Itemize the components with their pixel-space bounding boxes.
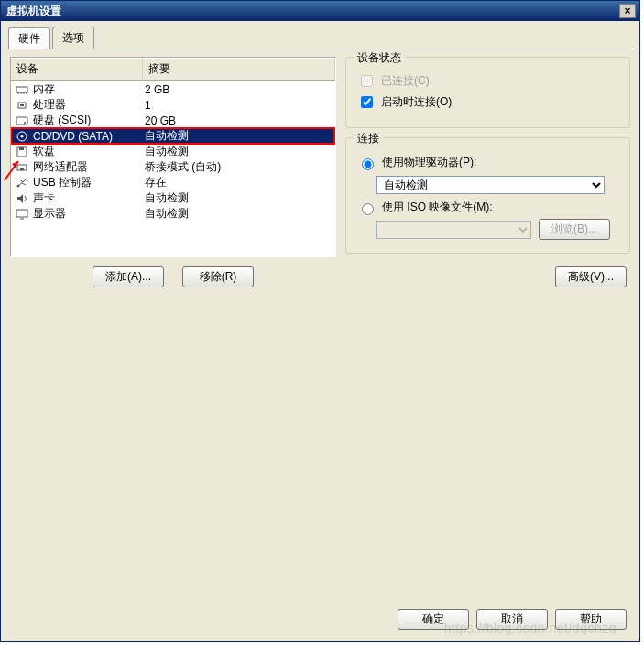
device-row[interactable]: USB 控制器存在	[11, 175, 335, 190]
device-summary: 自动检测	[145, 128, 333, 144]
device-table: 设备 摘要 内存2 GB处理器1硬盘 (SCSI)20 GBCD/DVD (SA…	[10, 57, 336, 257]
connection-group: 连接 使用物理驱动器(P): 自动检测 使用 ISO 映像文件(M): 浏览(B…	[345, 137, 630, 254]
iso-file-row: 浏览(B)...	[376, 219, 618, 240]
browse-button: 浏览(B)...	[539, 219, 610, 240]
svg-marker-19	[17, 194, 23, 203]
svg-rect-12	[19, 147, 24, 150]
sound-icon	[15, 192, 29, 205]
device-summary: 桥接模式 (自动)	[145, 159, 333, 175]
nic-icon	[15, 161, 29, 174]
window-title: 虚拟机设置	[5, 4, 619, 19]
connected-label: 已连接(C)	[381, 73, 430, 89]
col-device[interactable]: 设备	[11, 58, 143, 81]
advanced-row: 高级(V)...	[345, 263, 630, 287]
svg-line-17	[22, 183, 26, 185]
dialog-footer: 确定 取消 帮助	[398, 609, 627, 630]
connect-at-power-row: 启动时连接(O)	[357, 93, 618, 111]
add-button[interactable]: 添加(A)...	[93, 266, 164, 287]
device-row[interactable]: CD/DVD (SATA)自动检测	[11, 128, 335, 144]
ok-button[interactable]: 确定	[398, 609, 469, 630]
device-row[interactable]: 内存2 GB	[11, 81, 335, 97]
tab-options[interactable]: 选项	[52, 27, 94, 49]
floppy-icon	[15, 146, 29, 158]
device-summary: 2 GB	[145, 83, 333, 96]
memory-icon	[15, 83, 29, 96]
tab-hardware[interactable]: 硬件	[8, 27, 50, 49]
title-bar: 虚拟机设置 ×	[1, 1, 639, 21]
device-name: 声卡	[33, 190, 145, 206]
connection-title: 连接	[354, 131, 383, 146]
cpu-icon	[15, 99, 29, 112]
connected-checkbox	[361, 75, 373, 87]
device-status-title: 设备状态	[354, 50, 405, 66]
use-physical-label[interactable]: 使用物理驱动器(P):	[382, 155, 476, 170]
use-iso-radio[interactable]	[362, 203, 374, 215]
display-icon	[15, 208, 29, 221]
usb-icon	[15, 177, 29, 190]
device-row[interactable]: 处理器1	[11, 97, 335, 113]
device-summary: 自动检测	[145, 190, 333, 206]
svg-rect-6	[20, 104, 24, 106]
connected-row: 已连接(C)	[357, 72, 618, 90]
device-panel: 设备 摘要 内存2 GB处理器1硬盘 (SCSI)20 GBCD/DVD (SA…	[10, 57, 336, 287]
use-iso-row: 使用 ISO 映像文件(M):	[357, 200, 618, 215]
connect-at-power-checkbox[interactable]	[361, 96, 373, 108]
cd-icon	[15, 130, 29, 143]
tabs-bar: 硬件 选项	[1, 21, 639, 49]
use-physical-row: 使用物理驱动器(P):	[357, 155, 618, 170]
device-name: 显示器	[33, 206, 145, 222]
device-status-group: 设备状态 已连接(C) 启动时连接(O)	[345, 57, 630, 128]
svg-rect-14	[20, 168, 24, 170]
device-name: 处理器	[33, 97, 145, 113]
close-button[interactable]: ×	[619, 4, 636, 18]
device-summary: 存在	[145, 175, 333, 190]
device-name: 内存	[33, 81, 145, 97]
svg-rect-7	[16, 117, 27, 125]
device-buttons: 添加(A)... 移除(R)	[10, 257, 336, 287]
device-name: 硬盘 (SCSI)	[33, 113, 145, 128]
device-row[interactable]: 硬盘 (SCSI)20 GB	[11, 113, 335, 128]
svg-rect-0	[16, 87, 27, 92]
svg-point-8	[24, 122, 26, 124]
client-area: 设备 摘要 内存2 GB处理器1硬盘 (SCSI)20 GBCD/DVD (SA…	[1, 49, 639, 297]
col-summary[interactable]: 摘要	[143, 58, 335, 81]
device-row[interactable]: 网络适配器桥接模式 (自动)	[11, 159, 335, 175]
device-name: 网络适配器	[33, 159, 145, 175]
svg-point-10	[21, 135, 24, 137]
svg-line-18	[21, 180, 23, 182]
use-iso-label[interactable]: 使用 ISO 映像文件(M):	[382, 200, 493, 215]
cancel-button[interactable]: 取消	[476, 609, 548, 630]
connect-at-power-label[interactable]: 启动时连接(O)	[381, 94, 452, 110]
device-name: USB 控制器	[33, 175, 145, 190]
help-button[interactable]: 帮助	[555, 609, 627, 630]
use-physical-radio[interactable]	[362, 158, 374, 170]
physical-drive-select[interactable]: 自动检测	[376, 176, 605, 194]
svg-rect-20	[16, 210, 27, 217]
table-body: 内存2 GB处理器1硬盘 (SCSI)20 GBCD/DVD (SATA)自动检…	[11, 81, 335, 222]
device-summary: 1	[145, 99, 333, 112]
device-row[interactable]: 声卡自动检测	[11, 190, 335, 206]
table-header: 设备 摘要	[11, 58, 335, 81]
settings-panel: 设备状态 已连接(C) 启动时连接(O) 连接 使用物理驱动器(P): 自动检测	[345, 57, 630, 287]
iso-path-select	[376, 221, 531, 239]
device-summary: 20 GB	[145, 114, 333, 127]
hdd-icon	[15, 114, 29, 127]
device-name: CD/DVD (SATA)	[33, 130, 145, 143]
device-row[interactable]: 软盘自动检测	[11, 144, 335, 159]
remove-button[interactable]: 移除(R)	[182, 266, 254, 287]
advanced-button[interactable]: 高级(V)...	[555, 266, 627, 287]
device-name: 软盘	[33, 144, 145, 159]
device-summary: 自动检测	[145, 206, 333, 222]
device-summary: 自动检测	[145, 144, 333, 159]
device-row[interactable]: 显示器自动检测	[11, 206, 335, 222]
